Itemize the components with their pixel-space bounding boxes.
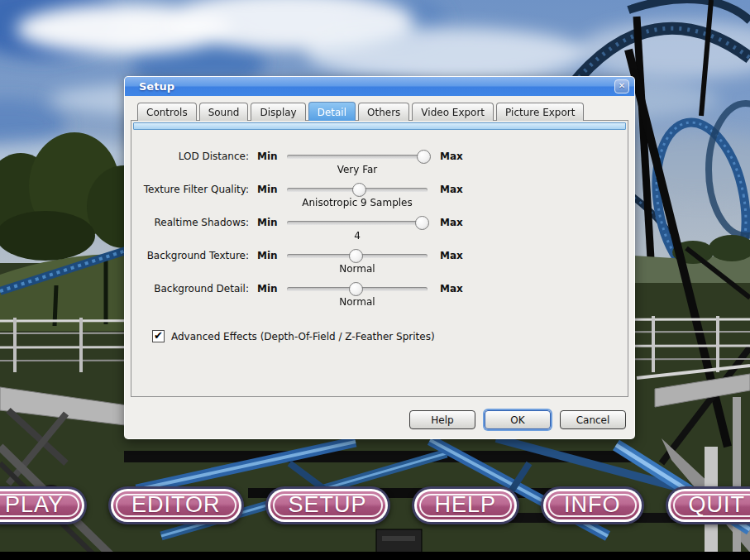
info-button[interactable]: INFO: [541, 486, 644, 524]
quit-button[interactable]: QUIT: [666, 486, 750, 524]
detail-tab-panel: LOD Distance: Min Very Far Max Texture F…: [131, 120, 628, 397]
slider-value: Very Far: [337, 164, 378, 175]
tab-controls[interactable]: Controls: [137, 103, 197, 121]
max-label: Max: [440, 181, 463, 195]
tab-sound[interactable]: Sound: [199, 103, 249, 121]
tab-display[interactable]: Display: [251, 103, 305, 121]
max-label: Max: [440, 247, 463, 261]
tab-picture-export[interactable]: Picture Export: [496, 103, 584, 121]
max-label: Max: [440, 148, 463, 162]
slider-value: Normal: [339, 263, 375, 275]
slider-value: Normal: [339, 296, 375, 308]
slider-value: Anisotropic 9 Samples: [302, 197, 413, 208]
quit-button-label: QUIT: [689, 494, 746, 518]
slider-groove: [287, 221, 428, 225]
slider-thumb[interactable]: [417, 150, 431, 164]
info-button-label: INFO: [564, 494, 621, 518]
tab-others[interactable]: Others: [358, 103, 409, 121]
max-label: Max: [440, 280, 463, 294]
background-texture-row: Background Texture: Min Normal Max: [131, 242, 628, 275]
tab-detail[interactable]: Detail: [308, 102, 356, 121]
slider-label: Background Detail:: [131, 280, 254, 294]
advanced-effects-checkbox[interactable]: ✔ Advanced Effects (Depth-Of-Field / Z-F…: [152, 330, 628, 342]
setup-button[interactable]: SETUP: [265, 486, 390, 524]
dialog-button-row: Help OK Cancel: [409, 410, 626, 429]
slider-label: Background Texture:: [131, 247, 254, 261]
slider-thumb[interactable]: [349, 282, 363, 296]
max-label: Max: [440, 214, 463, 228]
realtime-shadows-slider[interactable]: 4: [287, 214, 428, 242]
realtime-shadows-row: Realtime Shadows: Min 4 Max: [131, 209, 628, 242]
checkbox-box[interactable]: ✔: [152, 330, 165, 342]
background-detail-row: Background Detail: Min Normal Max: [131, 275, 628, 309]
dialog-title: Setup: [139, 80, 174, 93]
play-button[interactable]: PLAY: [0, 486, 87, 524]
background-detail-slider[interactable]: Normal: [287, 280, 428, 309]
cancel-button[interactable]: Cancel: [560, 410, 626, 429]
tab-bar: Controls Sound Display Detail Others Vid…: [125, 96, 634, 121]
texture-filter-quality-row: Texture Filter Quality: Min Anisotropic …: [131, 176, 628, 209]
background-texture-slider[interactable]: Normal: [287, 247, 428, 275]
help-button[interactable]: Help: [409, 410, 475, 429]
main-menu: PLAY EDITOR SETUP HELP INFO QUIT: [0, 486, 750, 524]
checkbox-label: Advanced Effects (Depth-Of-Field / Z-Fea…: [171, 331, 435, 342]
editor-button[interactable]: EDITOR: [108, 486, 244, 524]
slider-value: 4: [354, 230, 361, 242]
slider-thumb[interactable]: [415, 216, 429, 230]
slider-label: LOD Distance:: [131, 148, 254, 162]
lod-distance-slider[interactable]: Very Far: [287, 148, 428, 176]
min-label: Min: [257, 181, 282, 195]
slider-thumb[interactable]: [352, 183, 366, 197]
editor-button-label: EDITOR: [131, 494, 221, 518]
min-label: Min: [257, 148, 282, 162]
min-label: Min: [257, 247, 282, 261]
dialog-titlebar[interactable]: Setup ✕: [125, 77, 634, 96]
slider-label: Realtime Shadows:: [131, 214, 254, 228]
help-menu-button-label: HELP: [435, 494, 497, 518]
setup-button-label: SETUP: [289, 494, 367, 518]
texture-filter-quality-slider[interactable]: Anisotropic 9 Samples: [287, 181, 428, 209]
panel-highlight-strip: [133, 122, 626, 130]
setup-dialog: Setup ✕ Controls Sound Display Detail Ot…: [124, 76, 635, 439]
min-label: Min: [257, 280, 282, 294]
game-screen: Setup ✕ Controls Sound Display Detail Ot…: [0, 0, 750, 560]
slider-group: LOD Distance: Min Very Far Max Texture F…: [131, 132, 628, 309]
play-button-label: PLAY: [5, 494, 64, 518]
slider-label: Texture Filter Quality:: [131, 181, 254, 195]
lod-distance-row: LOD Distance: Min Very Far Max: [131, 143, 628, 176]
min-label: Min: [257, 214, 282, 228]
slider-groove: [287, 155, 428, 159]
help-menu-button[interactable]: HELP: [412, 486, 520, 524]
tab-video-export[interactable]: Video Export: [412, 103, 494, 121]
slider-thumb[interactable]: [349, 249, 363, 263]
check-icon: ✔: [154, 329, 163, 342]
ok-button[interactable]: OK: [485, 410, 551, 429]
close-icon[interactable]: ✕: [614, 79, 629, 93]
